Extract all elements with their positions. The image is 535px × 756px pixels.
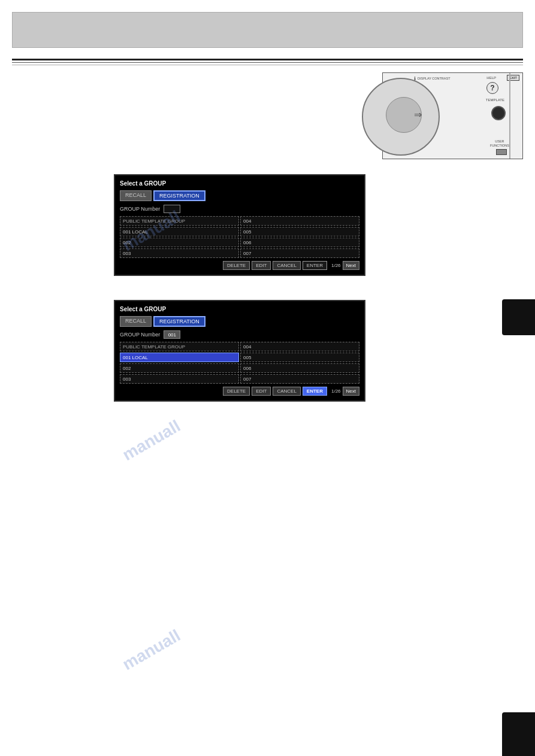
list-item[interactable]: 002 — [120, 363, 239, 373]
watermark-2: manuall — [119, 417, 184, 465]
screen1-tab-recall[interactable]: RECALL — [120, 190, 152, 201]
help-label: HELP — [486, 76, 496, 80]
list-item[interactable]: 007 — [240, 248, 359, 258]
screen-panel-2: Select a GROUP RECALL REGISTRATION GROUP… — [114, 300, 365, 402]
screen1-delete-btn[interactable]: DELETE — [223, 261, 250, 270]
user-functions-label: USERFUNCTIONS — [490, 139, 509, 148]
screen2-group-number-label: GROUP Number — [120, 332, 160, 338]
help-circle[interactable]: ? — [486, 82, 498, 94]
control-panel-diagram: ⇒ EXIT ℹ DISPLAY CONTRAST HELP ? TEMPLAT… — [382, 72, 523, 159]
display-contrast-icon: ℹ — [414, 76, 416, 81]
list-item[interactable]: 003 — [120, 248, 239, 258]
screen2-group-number-row: GROUP Number 001 — [120, 330, 359, 339]
divider-thick — [12, 59, 523, 60]
list-item[interactable]: 003 — [120, 374, 239, 384]
screen2-tab-registration[interactable]: REGISTRATION — [153, 316, 205, 327]
list-item[interactable]: 006 — [240, 238, 359, 247]
screen-panel-1: Select a GROUP RECALL REGISTRATION GROUP… — [114, 174, 365, 276]
template-button[interactable] — [491, 106, 506, 120]
divider-thin — [12, 62, 523, 63]
list-item[interactable]: PUBLIC TEMPLATE GROUP — [120, 342, 239, 351]
list-item-selected[interactable]: 001 LOCAL — [120, 353, 239, 362]
screen2-next-btn[interactable]: Next — [343, 387, 359, 396]
screen2-edit-btn[interactable]: EDIT — [252, 387, 271, 396]
divider-thin2 — [12, 65, 523, 65]
screen2-title: Select a GROUP — [120, 306, 359, 312]
list-item[interactable]: 004 — [240, 342, 359, 351]
screen1-tab-row: RECALL REGISTRATION — [120, 190, 359, 201]
screen2-tab-recall[interactable]: RECALL — [120, 316, 152, 327]
screen2-cancel-btn[interactable]: CANCEL — [273, 387, 300, 396]
screen1-bottom-btns: DELETE EDIT CANCEL ENTER 1/26 Next — [120, 261, 359, 270]
right-block-2 — [502, 712, 535, 756]
template-label: TEMPLATE — [486, 98, 504, 102]
screen1-enter-btn[interactable]: ENTER — [303, 261, 327, 270]
exit-label: EXIT — [507, 75, 519, 81]
list-item[interactable]: 005 — [240, 353, 359, 362]
screen1-cancel-btn[interactable]: CANCEL — [273, 261, 300, 270]
screen2-page-info: 1/26 — [331, 388, 341, 394]
watermark-3: manuall — [119, 626, 184, 675]
right-block-1 — [502, 299, 535, 335]
screen1-group-number-label: GROUP Number — [120, 206, 160, 212]
screen1-tab-registration[interactable]: REGISTRATION — [153, 190, 205, 201]
screen1-list-grid: PUBLIC TEMPLATE GROUP 004 001 LOCAL 005 … — [120, 216, 359, 258]
screen1-edit-btn[interactable]: EDIT — [252, 261, 271, 270]
list-item[interactable]: 006 — [240, 363, 359, 373]
screen1-group-number-row: GROUP Number — [120, 205, 359, 213]
list-item[interactable]: PUBLIC TEMPLATE GROUP — [120, 216, 239, 226]
display-contrast-label: DISPLAY CONTRAST — [418, 77, 451, 80]
list-item[interactable]: 005 — [240, 227, 359, 236]
header-bar — [12, 12, 523, 48]
screen2-group-number-value: 001 — [164, 330, 180, 339]
list-item[interactable]: 002 — [120, 238, 239, 247]
screen2-delete-btn[interactable]: DELETE — [223, 387, 250, 396]
screen1-page-info: 1/26 — [331, 263, 341, 268]
question-mark: ? — [490, 84, 494, 92]
screen1-title: Select a GROUP — [120, 180, 359, 187]
page-wrapper: manuall manuall manuall ⇒ EXIT ℹ DISPLAY… — [0, 12, 535, 756]
screen2-enter-btn[interactable]: ENTER — [303, 387, 327, 396]
panel-arrow-icon: ⇒ — [414, 109, 422, 120]
user-functions-button[interactable] — [496, 149, 507, 155]
list-item[interactable]: 004 — [240, 216, 359, 226]
screen2-list-grid: PUBLIC TEMPLATE GROUP 004 001 LOCAL 005 … — [120, 342, 359, 384]
panel-vertical-line — [509, 73, 510, 159]
main-content: ⇒ EXIT ℹ DISPLAY CONTRAST HELP ? TEMPLAT… — [12, 72, 523, 402]
screen1-next-btn[interactable]: Next — [343, 261, 359, 270]
screen2-bottom-btns: DELETE EDIT CANCEL ENTER 1/26 Next — [120, 387, 359, 396]
list-item[interactable]: 007 — [240, 374, 359, 384]
list-item[interactable]: 001 LOCAL — [120, 227, 239, 236]
screen2-tab-row: RECALL REGISTRATION — [120, 316, 359, 327]
screen1-group-number-box — [164, 205, 180, 213]
